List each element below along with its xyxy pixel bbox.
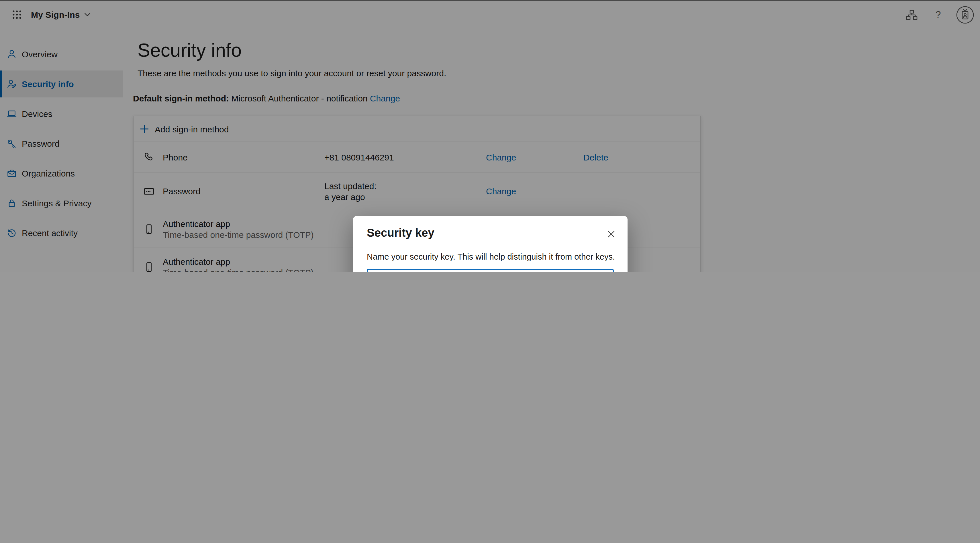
my-signins-app: My Sign-Ins ? OverviewSecurity infoDevic… [0,0,980,272]
security-key-name-input[interactable] [367,269,614,272]
security-key-dialog: Security key Name your security key. Thi… [353,216,628,272]
dialog-title: Security key [367,226,614,240]
dialog-body-text: Name your security key. This will help d… [367,252,614,261]
close-icon [607,230,615,237]
dialog-close-button[interactable] [605,228,617,240]
